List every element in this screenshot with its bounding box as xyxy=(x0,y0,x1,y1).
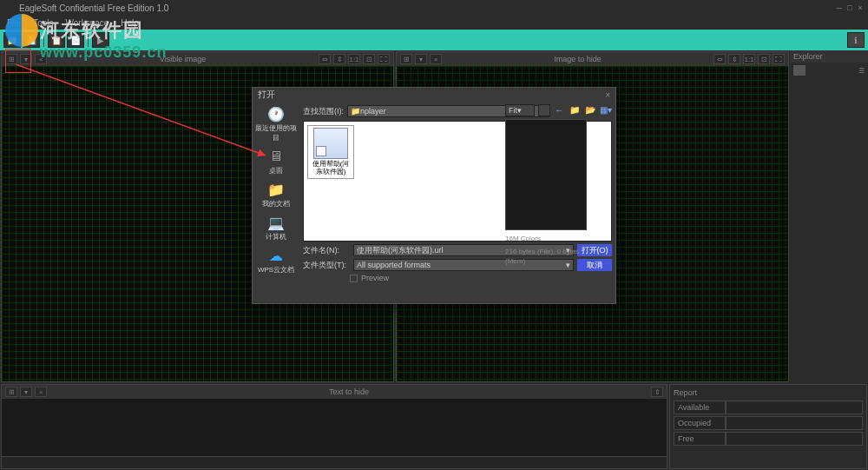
report-free-value xyxy=(726,432,863,446)
panel-open-icon[interactable]: ⊞ xyxy=(5,387,17,397)
panel-arrow-icon[interactable]: ▾ xyxy=(20,387,32,397)
report-free-label: Free xyxy=(674,432,726,446)
panel-title: Visible image xyxy=(49,55,316,63)
panel-open-icon[interactable]: ⊞ xyxy=(400,54,412,64)
preview-tool-icon[interactable] xyxy=(538,104,550,116)
panel-close-icon[interactable]: × xyxy=(430,54,442,64)
panel-arrow-icon[interactable]: ▾ xyxy=(415,54,427,64)
preview-checkbox[interactable] xyxy=(350,275,358,282)
text-status xyxy=(2,456,667,468)
menu-file[interactable]: File xyxy=(2,17,26,29)
fullscreen-icon[interactable]: ⛶ xyxy=(773,54,785,64)
panel-arrow-icon[interactable]: ▾ xyxy=(20,54,32,64)
menu-help[interactable]: Help xyxy=(115,17,144,29)
tool-copy-icon[interactable]: 📋 xyxy=(48,32,65,48)
zoom-ratio[interactable]: 1:1 xyxy=(743,54,755,64)
tool-paste-icon[interactable]: 📄 xyxy=(67,32,84,48)
place-desktop[interactable]: 🖥桌面 xyxy=(266,148,286,175)
explorer-panel: Explorer ≡ xyxy=(790,50,868,383)
places-bar: 🕐最近使用的项目 🖥桌面 📁我的文档 💻计算机 ☁WPS云文档 xyxy=(253,102,299,284)
zoom-ratio[interactable]: 1:1 xyxy=(348,54,360,64)
panel-title: Text to hide xyxy=(49,387,648,396)
minimize-button[interactable]: ─ xyxy=(835,3,844,12)
dialog-preview-side: Fit ▾ 16M Colors 216 bytes (File), 0 byt… xyxy=(505,104,592,267)
app-title: EagleSoft Confidential Free Edition 1.0 xyxy=(19,3,835,13)
text-hide-area[interactable] xyxy=(2,399,667,456)
titlebar: EagleSoft Confidential Free Edition 1.0 … xyxy=(0,0,868,16)
fit-width-icon[interactable]: ⇔ xyxy=(319,54,331,64)
preview-bytes: 216 bytes (File), 0 bytes (Mem) xyxy=(505,247,592,266)
folder-icon[interactable] xyxy=(793,65,806,76)
nav-view-icon[interactable]: ▦▾ xyxy=(600,105,612,117)
drag-handle-icon[interactable]: ⇕ xyxy=(651,387,663,397)
fit-icon[interactable]: ⊡ xyxy=(363,54,375,64)
toolbar: 📁 💾 📋 📄 ▶ ℹ xyxy=(0,30,868,50)
text-hide-panel: ⊞ ▾ × Text to hide ⇕ xyxy=(1,384,667,469)
tool-info-icon[interactable]: ℹ xyxy=(847,32,865,48)
tool-save-icon[interactable]: 💾 xyxy=(23,32,40,48)
panel-open-icon[interactable]: ⊞ xyxy=(5,54,17,64)
fit-icon[interactable]: ⊡ xyxy=(758,54,770,64)
menu-workspace[interactable]: Workspace xyxy=(60,17,114,29)
preview-colors: 16M Colors xyxy=(505,234,592,243)
preview-fit-combo[interactable]: Fit ▾ xyxy=(505,104,535,116)
place-wps[interactable]: ☁WPS云文档 xyxy=(258,247,294,275)
fit-height-icon[interactable]: ⇕ xyxy=(333,54,345,64)
app-icon xyxy=(3,2,16,14)
report-occupied-label: Occupied xyxy=(674,416,726,430)
lookin-label: 查找范围(I): xyxy=(303,106,344,117)
separator xyxy=(43,33,44,47)
place-recent[interactable]: 🕐最近使用的项目 xyxy=(253,105,299,142)
fit-height-icon[interactable]: ⇕ xyxy=(728,54,740,64)
filetype-label: 文件类型(T): xyxy=(303,260,350,271)
report-panel: Report Available Occupied Free xyxy=(669,384,867,469)
file-item[interactable]: 使用帮助(河东软件园) xyxy=(307,125,354,179)
preview-label: Preview xyxy=(361,274,389,282)
menu-tools[interactable]: Tools xyxy=(28,17,58,29)
filename-label: 文件名(N): xyxy=(303,245,350,256)
dialog-close-icon[interactable]: × xyxy=(605,90,610,100)
separator xyxy=(88,33,89,47)
place-mydocs[interactable]: 📁我的文档 xyxy=(262,181,290,209)
explorer-title: Explorer xyxy=(790,50,868,63)
menubar: File Tools Workspace Help xyxy=(0,16,868,30)
maximize-button[interactable]: □ xyxy=(845,3,854,12)
preview-area xyxy=(505,119,587,230)
tool-open-icon[interactable]: 📁 xyxy=(3,32,21,48)
panel-close-icon[interactable]: × xyxy=(35,54,47,64)
place-computer[interactable]: 💻计算机 xyxy=(266,214,286,242)
fullscreen-icon[interactable]: ⛶ xyxy=(378,54,390,64)
dialog-title: 打开 xyxy=(258,89,275,101)
file-label: 使用帮助(河东软件园) xyxy=(310,161,352,176)
tool-run-icon[interactable]: ▶ xyxy=(92,32,109,48)
file-icon xyxy=(313,128,348,159)
report-title: Report xyxy=(674,388,863,397)
close-button[interactable]: × xyxy=(856,3,865,12)
report-available-value xyxy=(726,400,863,414)
panel-title: Image to hide xyxy=(444,55,711,63)
report-occupied-value xyxy=(726,416,863,430)
report-available-label: Available xyxy=(674,400,726,414)
explorer-menu-icon[interactable]: ≡ xyxy=(858,64,865,76)
fit-width-icon[interactable]: ⇔ xyxy=(713,54,726,64)
panel-close-icon[interactable]: × xyxy=(35,387,47,397)
